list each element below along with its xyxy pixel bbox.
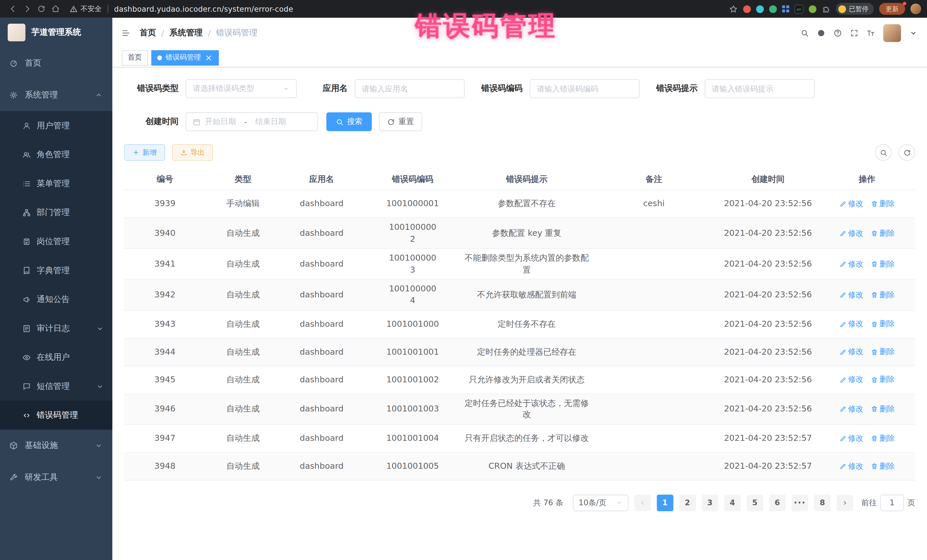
vue-devtools-icon[interactable] <box>769 5 777 13</box>
delete-link[interactable]: 删除 <box>871 347 895 358</box>
edit-link[interactable]: 修改 <box>839 228 863 239</box>
cell-actions: 修改 删除 <box>819 429 915 448</box>
tab-error-code[interactable]: 错误码管理 <box>152 50 219 65</box>
edit-link[interactable]: 修改 <box>839 374 863 385</box>
edit-link[interactable]: 修改 <box>839 199 863 209</box>
edit-link[interactable]: 修改 <box>839 319 863 329</box>
page-button-2[interactable]: 2 <box>679 495 696 511</box>
page-button-6[interactable]: 6 <box>769 495 786 511</box>
sidebar-item-audit-log[interactable]: 审计日志 <box>0 314 112 343</box>
page-button-4[interactable]: 4 <box>724 495 741 511</box>
delete-link[interactable]: 删除 <box>871 319 895 329</box>
error-hint-input[interactable] <box>712 84 808 93</box>
extension-icon-proxy[interactable]: on <box>795 5 804 14</box>
extension-icon-teal[interactable] <box>756 5 764 13</box>
help-icon[interactable] <box>834 29 842 37</box>
app-name-input[interactable] <box>362 84 457 93</box>
goto-page-input[interactable] <box>880 495 904 511</box>
delete-link[interactable]: 删除 <box>871 290 895 300</box>
caret-down-icon[interactable] <box>909 29 918 37</box>
sidebar-item-devtools[interactable]: 研发工具 <box>0 461 112 493</box>
sidebar-item-dictionary[interactable]: 字典管理 <box>0 256 112 285</box>
extension-icon-grid[interactable] <box>782 5 789 12</box>
sidebar-item-roles[interactable]: 角色管理 <box>0 140 112 169</box>
edit-link[interactable]: 修改 <box>839 290 863 300</box>
cell-code: 1001001001 <box>363 343 462 361</box>
profile-paused-badge[interactable]: 已暂停 <box>836 3 874 15</box>
address-bar[interactable]: dashboard.yudao.iocoder.cn/system/error-… <box>114 5 293 14</box>
page-size-select[interactable]: 10条/页 <box>573 495 628 511</box>
table-toolbar: 新增 导出 <box>124 144 915 161</box>
more-pages-button[interactable]: ••• <box>792 495 808 511</box>
edit-link[interactable]: 修改 <box>839 404 863 414</box>
add-button[interactable]: 新增 <box>124 144 165 161</box>
delete-link[interactable]: 删除 <box>871 228 895 239</box>
page-button-1[interactable]: 1 <box>656 495 673 511</box>
date-range-picker[interactable]: 开始日期 - 结束日期 <box>186 112 318 131</box>
edit-link[interactable]: 修改 <box>839 433 863 444</box>
tab-home[interactable]: 首页 <box>122 50 148 65</box>
delete-link[interactable]: 删除 <box>871 461 895 472</box>
sidebar-item-infrastructure[interactable]: 基础设施 <box>0 430 112 461</box>
fullscreen-icon[interactable] <box>850 29 859 37</box>
sidebar-item-positions[interactable]: 岗位管理 <box>0 227 112 256</box>
app-name-field[interactable] <box>355 79 465 98</box>
message-icon <box>23 382 31 390</box>
reset-button[interactable]: 重置 <box>379 112 422 131</box>
update-button[interactable]: 更新 <box>879 3 905 15</box>
breadcrumb-home[interactable]: 首页 <box>140 28 156 38</box>
forward-icon[interactable] <box>20 2 34 16</box>
edit-link[interactable]: 修改 <box>839 461 863 472</box>
sidebar-item-error-code[interactable]: 错误码管理 <box>0 401 112 430</box>
user-avatar[interactable] <box>883 24 901 42</box>
error-code-field[interactable] <box>530 79 640 98</box>
reload-icon[interactable] <box>34 2 49 16</box>
security-indicator[interactable]: 不安全 <box>70 4 102 14</box>
sidebar-item-sms[interactable]: 短信管理 <box>0 372 112 401</box>
sidebar-item-menus[interactable]: 菜单管理 <box>0 169 112 198</box>
breadcrumb-system[interactable]: 系统管理 <box>169 28 202 38</box>
delete-link[interactable]: 删除 <box>871 433 895 444</box>
bookmark-star-icon[interactable] <box>729 5 738 14</box>
sidebar-item-notices[interactable]: 通知公告 <box>0 285 112 314</box>
page-button-5[interactable]: 5 <box>746 495 763 511</box>
hamburger-icon[interactable] <box>122 29 130 37</box>
next-page-button[interactable] <box>837 495 853 511</box>
delete-link[interactable]: 删除 <box>871 404 895 414</box>
extension-icon-red[interactable] <box>743 5 751 13</box>
delete-link[interactable]: 删除 <box>871 374 895 385</box>
sidebar-item-system[interactable]: 系统管理 <box>0 79 112 111</box>
page-button-8[interactable]: 8 <box>814 495 831 511</box>
sidebar-item-online-users[interactable]: 在线用户 <box>0 343 112 372</box>
font-size-icon[interactable] <box>867 29 875 37</box>
github-icon[interactable] <box>817 29 825 37</box>
sidebar-item-home[interactable]: 首页 <box>0 47 112 79</box>
close-icon[interactable] <box>205 54 213 62</box>
export-button[interactable]: 导出 <box>172 144 213 161</box>
chevron-down-icon <box>96 382 104 390</box>
prev-page-button[interactable] <box>634 495 650 511</box>
edit-link[interactable]: 修改 <box>839 347 863 358</box>
chrome-toolbar-right: on 已暂停 更新 <box>729 3 921 15</box>
extensions-puzzle-icon[interactable] <box>822 5 831 14</box>
extension-icon-green[interactable] <box>808 5 816 13</box>
error-hint-field[interactable] <box>705 79 815 98</box>
browser-home-icon[interactable] <box>49 2 63 16</box>
cell-type: 自动生成 <box>206 457 280 475</box>
refresh-table-button[interactable] <box>899 144 915 161</box>
delete-link[interactable]: 删除 <box>871 199 895 209</box>
logo-image <box>8 24 25 41</box>
edit-link[interactable]: 修改 <box>839 259 863 269</box>
page-button-3[interactable]: 3 <box>702 495 718 511</box>
delete-link[interactable]: 删除 <box>871 259 895 269</box>
search-icon[interactable] <box>800 29 808 37</box>
browser-avatar[interactable] <box>910 3 921 14</box>
sidebar-item-users[interactable]: 用户管理 <box>0 111 112 140</box>
error-code-input[interactable] <box>537 84 633 93</box>
error-type-select[interactable]: 请选择错误码类型 <box>186 79 297 98</box>
search-button[interactable]: 搜索 <box>326 112 372 131</box>
toggle-search-button[interactable] <box>875 144 892 161</box>
app-logo[interactable]: 芋道管理系统 <box>0 18 112 47</box>
back-icon[interactable] <box>6 2 20 16</box>
sidebar-item-departments[interactable]: 部门管理 <box>0 198 112 227</box>
